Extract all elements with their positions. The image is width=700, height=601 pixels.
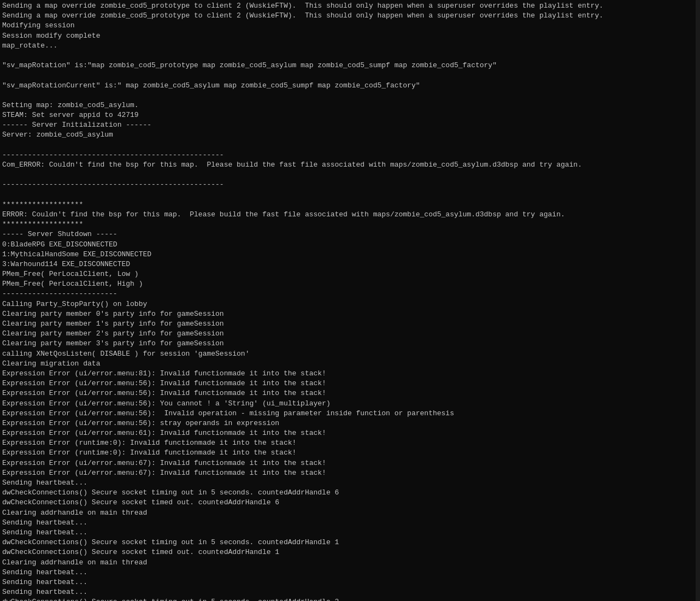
terminal-line: Expression Error (ui/error.menu:56): Inv… [2, 379, 698, 388]
terminal-line: Clearing addrhandle on main thread [2, 558, 698, 568]
terminal-line: Clearing party member 3's party info for… [2, 339, 698, 349]
terminal-line: calling XNetQosListen( DISABLE ) for ses… [2, 349, 698, 359]
terminal-line: Setting map: zombie_cod5_asylum. [2, 101, 698, 110]
terminal-content: Sending a map override zombie_cod5_proto… [2, 1, 698, 601]
terminal-line: 3:Warhound114 EXE_DISCONNECTED [2, 260, 698, 269]
terminal-line: Modifying session [2, 21, 698, 31]
terminal-line: ------ Server Initialization ------ [2, 120, 698, 130]
terminal-line [2, 190, 698, 200]
terminal-line: Expression Error (ui/error.menu:56): str… [2, 419, 698, 428]
terminal-line: Sending heartbeat... [2, 578, 698, 587]
terminal-line: ******************* [2, 200, 698, 210]
terminal-line: Expression Error (ui/error.menu:56): Inv… [2, 388, 698, 398]
terminal-line: dwCheckConnections() Secure socket timin… [2, 538, 698, 547]
terminal-line: PMem_Free( PerLocalClient, Low ) [2, 269, 698, 279]
scrollbar[interactable] [696, 0, 700, 601]
terminal-line: STEAM: Set server appid to 42719 [2, 110, 698, 120]
terminal-window[interactable]: Sending a map override zombie_cod5_proto… [0, 0, 700, 601]
terminal-line: Com_ERROR: Couldn't find the bsp for thi… [2, 160, 698, 170]
terminal-line: Sending heartbeat... [2, 478, 698, 488]
terminal-line: 1:MythicalHandSome EXE_DISCONNECTED [2, 250, 698, 260]
terminal-line [2, 140, 698, 150]
terminal-line: Sending a map override zombie_cod5_proto… [2, 11, 698, 21]
terminal-line: Expression Error (ui/error.menu:67): Inv… [2, 458, 698, 468]
terminal-line: "sv_mapRotationCurrent" is:" map zombie_… [2, 81, 698, 91]
terminal-line: ----- Server Shutdown ----- [2, 229, 698, 239]
terminal-line: Session modify complete [2, 31, 698, 41]
terminal-line: Sending heartbeat... [2, 568, 698, 578]
terminal-line: dwCheckConnections() Secure socket timed… [2, 498, 698, 508]
terminal-line [2, 91, 698, 101]
terminal-line: Clearing addrhandle on main thread [2, 508, 698, 518]
terminal-line: Server: zombie_cod5_asylum [2, 130, 698, 140]
terminal-line: Expression Error (ui/error.menu:56): Inv… [2, 409, 698, 419]
terminal-line: 0:BladeRPG EXE_DISCONNECTED [2, 240, 698, 250]
terminal-line: Clearing migration data [2, 359, 698, 369]
terminal-line: Expression Error (runtime:0): Invalid fu… [2, 438, 698, 448]
terminal-line: "sv_mapRotation" is:"map zombie_cod5_pro… [2, 61, 698, 70]
terminal-line: dwCheckConnections() Secure socket timed… [2, 547, 698, 557]
terminal-line: PMem_Free( PerLocalClient, High ) [2, 279, 698, 289]
terminal-line [2, 51, 698, 61]
terminal-line: map_rotate... [2, 41, 698, 51]
terminal-line: Expression Error (ui/error.menu:67): Inv… [2, 468, 698, 478]
terminal-line [2, 70, 698, 80]
terminal-line: ERROR: Couldn't find the bsp for this ma… [2, 210, 698, 220]
terminal-line: Clearing party member 2's party info for… [2, 329, 698, 339]
terminal-line: dwCheckConnections() Secure socket timin… [2, 488, 698, 498]
terminal-line: Sending heartbeat... [2, 528, 698, 538]
terminal-line: ----------------------------------------… [2, 180, 698, 190]
terminal-line: Expression Error (runtime:0): Invalid fu… [2, 448, 698, 458]
terminal-line [2, 170, 698, 180]
terminal-line: Sending a map override zombie_cod5_proto… [2, 1, 698, 11]
terminal-line: Sending heartbeat... [2, 587, 698, 597]
terminal-line: Expression Error (ui/error.menu:81): Inv… [2, 369, 698, 379]
terminal-line: Clearing party member 1's party info for… [2, 319, 698, 329]
terminal-line: ******************* [2, 220, 698, 229]
terminal-line: --------------------------- [2, 289, 698, 299]
terminal-line: Expression Error (ui/error.menu:56): You… [2, 399, 698, 409]
terminal-line: Calling Party_StopParty() on lobby [2, 299, 698, 309]
terminal-line: ----------------------------------------… [2, 150, 698, 160]
terminal-line: Clearing party member 0's party info for… [2, 309, 698, 319]
terminal-line: Sending heartbeat... [2, 518, 698, 528]
terminal-line: dwCheckConnections() Secure socket timin… [2, 597, 698, 601]
terminal-line: Expression Error (ui/error.menu:61): Inv… [2, 428, 698, 438]
